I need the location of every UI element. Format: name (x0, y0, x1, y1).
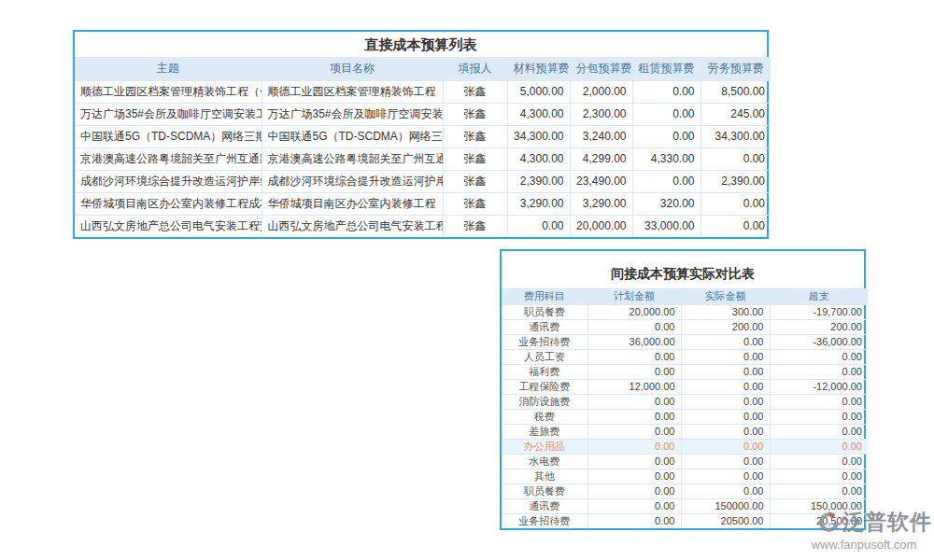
indirect-column-header: 费用科目 (502, 288, 587, 304)
overspend-amount: 0.00 (770, 469, 868, 483)
overspend-amount: -36,000.00 (770, 334, 868, 349)
subcontract-budget-amount: 3,290.00 (570, 192, 632, 215)
direct-column-header: 劳务预算费 (700, 57, 771, 80)
actual-amount-link[interactable]: 0.00 (681, 349, 770, 364)
planned-amount: 0.00 (587, 349, 681, 364)
planned-amount: 0.00 (587, 454, 681, 469)
indirect-cost-compare-panel: 间接成本预算实际对比表 费用科目计划金额实际金额超支 职员餐费20,000.00… (500, 249, 866, 530)
subject-link[interactable]: 京港澳高速公路粤境韶关至广州互通路面改造... (75, 147, 262, 170)
lease-budget-amount: 0.00 (632, 103, 700, 125)
overspend-amount: 0.00 (770, 454, 868, 469)
lease-budget-amount: 33,000.00 (632, 215, 700, 237)
expense-account-label: 差旅费 (502, 424, 587, 439)
indirect-table-row: 职员餐费20,000.00300.00-19,700.00 (502, 304, 868, 319)
project-link[interactable]: 京港澳高速公路粤境韶关至广州互通路面改造... (262, 147, 443, 170)
expense-account-label: 消防设施费 (502, 394, 587, 409)
indirect-column-header: 实际金额 (681, 288, 770, 304)
subject-link[interactable]: 华侨城项目南区办公室内装修工程成本预算 (75, 192, 262, 215)
subject-link[interactable]: 顺德工业园区档案管理精装饰工程（一标段）... (75, 80, 262, 103)
actual-amount-link[interactable]: 0.00 (681, 379, 770, 394)
overspend-amount: 0.00 (770, 364, 868, 379)
actual-amount-link[interactable]: 0.00 (681, 394, 770, 409)
direct-table-row: 华侨城项目南区办公室内装修工程成本预算华侨城项目南区办公室内装修工程张鑫3,29… (75, 192, 771, 215)
overspend-amount: 0.00 (770, 439, 868, 454)
expense-account-label: 通讯费 (502, 319, 587, 334)
planned-amount: 0.00 (587, 364, 681, 379)
reporter-link[interactable]: 张鑫 (443, 170, 507, 192)
expense-account-label: 通讯费 (502, 498, 587, 513)
subcontract-budget-amount: 23,490.00 (570, 170, 632, 192)
project-link[interactable]: 顺德工业园区档案管理精装饰工程（一标段） (262, 80, 443, 103)
subcontract-budget-amount: 3,240.00 (570, 125, 632, 147)
planned-amount: 36,000.00 (587, 334, 681, 349)
reporter-link[interactable]: 张鑫 (443, 103, 507, 125)
indirect-table-row: 业务招待费36,000.000.00-36,000.00 (502, 334, 868, 349)
material-budget-amount: 5,000.00 (507, 80, 570, 103)
fanpu-url-text: www.fanpusoft.com (796, 538, 932, 552)
direct-table-row: 中国联通5G（TD-SCDMA）网络三期四川工...中国联通5G（TD-SCDM… (75, 125, 771, 147)
planned-amount: 0.00 (587, 439, 681, 454)
actual-amount-link[interactable]: 200.00 (681, 319, 770, 334)
project-link[interactable]: 中国联通5G（TD-SCDMA）网络三期四川工程 (262, 125, 443, 147)
labor-budget-amount: 0.00 (700, 192, 771, 215)
subject-link[interactable]: 山西弘文房地产总公司电气安装工程预算（续） (75, 215, 262, 237)
project-link[interactable]: 华侨城项目南区办公室内装修工程 (262, 192, 443, 215)
subject-link[interactable]: 成都沙河环境综合提升改造运河护岸维修改造... (75, 170, 262, 192)
material-budget-amount: 4,300.00 (507, 103, 570, 125)
labor-budget-amount: 34,300.00 (700, 125, 771, 147)
lease-budget-amount: 0.00 (632, 125, 700, 147)
reporter-link[interactable]: 张鑫 (443, 125, 507, 147)
actual-amount-link[interactable]: 0.00 (681, 439, 770, 454)
labor-budget-amount: 2,390.00 (700, 170, 771, 192)
actual-amount-link[interactable]: 0.00 (681, 364, 770, 379)
expense-account-label: 业务招待费 (502, 334, 587, 349)
lease-budget-amount: 320.00 (632, 192, 700, 215)
actual-amount-link[interactable]: 20500.00 (681, 513, 770, 528)
labor-budget-amount: 8,500.00 (700, 80, 771, 103)
reporter-link[interactable]: 张鑫 (443, 215, 507, 237)
expense-account-label: 工程保险费 (502, 379, 587, 394)
project-link[interactable]: 万达广场35#会所及咖啡厅空调安装工程 (262, 103, 443, 125)
actual-amount-link[interactable]: 0.00 (681, 483, 770, 498)
actual-amount-link[interactable]: 0.00 (681, 409, 770, 424)
actual-amount-link[interactable]: 0.00 (681, 424, 770, 439)
reporter-link[interactable]: 张鑫 (443, 80, 507, 103)
reporter-link[interactable]: 张鑫 (443, 192, 507, 215)
actual-amount-link[interactable]: 0.00 (681, 334, 770, 349)
expense-account-label: 职员餐费 (502, 483, 587, 498)
project-link[interactable]: 山西弘文房地产总公司电气安装工程 (262, 215, 443, 237)
direct-cost-table: 主题项目名称填报人材料预算费分包预算费租赁预算费劳务预算费 顺德工业园区档案管理… (75, 57, 771, 237)
expense-account-label: 办公用品 (502, 439, 587, 454)
subject-link[interactable]: 中国联通5G（TD-SCDMA）网络三期四川工... (75, 125, 262, 147)
overspend-amount: -12,000.00 (770, 379, 868, 394)
direct-column-header: 材料预算费 (507, 57, 570, 80)
reporter-link[interactable]: 张鑫 (443, 147, 507, 170)
planned-amount: 0.00 (587, 409, 681, 424)
subcontract-budget-amount: 2,000.00 (570, 80, 632, 103)
labor-budget-amount: 0.00 (700, 147, 771, 170)
direct-column-header: 项目名称 (262, 57, 443, 80)
indirect-table-row: 税费0.000.000.00 (502, 409, 868, 424)
indirect-table-row: 通讯费0.00200.00200.00 (502, 319, 868, 334)
planned-amount: 0.00 (587, 424, 681, 439)
actual-amount-link[interactable]: 300.00 (681, 304, 770, 319)
labor-budget-amount: 245.00 (700, 103, 771, 125)
lease-budget-amount: 0.00 (632, 80, 700, 103)
expense-account-label: 业务招待费 (502, 513, 587, 528)
expense-account-label: 水电费 (502, 454, 587, 469)
subject-link[interactable]: 万达广场35#会所及咖啡厅空调安装工程工程... (75, 103, 262, 125)
indirect-table-header-row: 费用科目计划金额实际金额超支 (502, 288, 868, 304)
labor-budget-amount: 0.00 (700, 215, 771, 237)
indirect-table-row: 办公用品0.000.000.00 (502, 439, 868, 454)
actual-amount-link[interactable]: 0.00 (681, 469, 770, 483)
actual-amount-link[interactable]: 150000.00 (681, 498, 770, 513)
indirect-table-row: 福利费0.000.000.00 (502, 364, 868, 379)
actual-amount-link[interactable]: 0.00 (681, 454, 770, 469)
planned-amount: 20,000.00 (587, 304, 681, 319)
overspend-amount: 0.00 (770, 394, 868, 409)
lease-budget-amount: 4,330.00 (632, 147, 700, 170)
direct-table-row: 山西弘文房地产总公司电气安装工程预算（续）山西弘文房地产总公司电气安装工程张鑫0… (75, 215, 771, 237)
project-link[interactable]: 成都沙河环境综合提升改造运河护岸维修改造 (262, 170, 443, 192)
indirect-table-row: 工程保险费12,000.000.00-12,000.00 (502, 379, 868, 394)
overspend-amount: 0.00 (770, 409, 868, 424)
